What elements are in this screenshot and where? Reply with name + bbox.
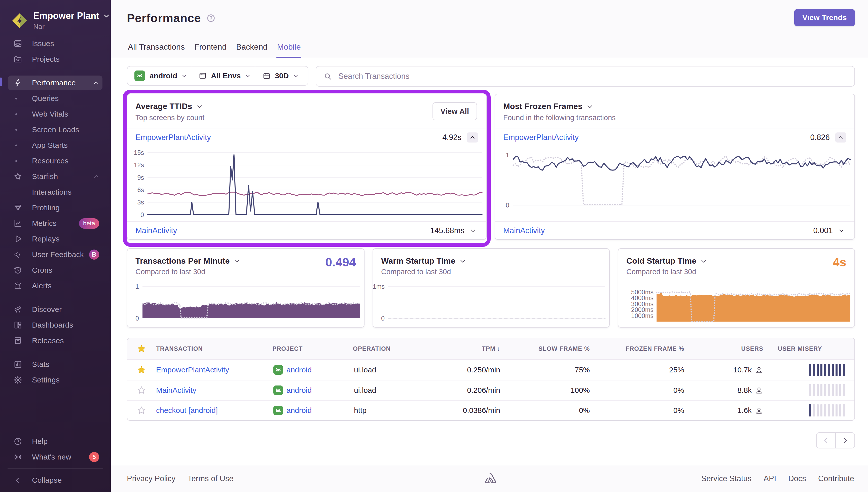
sidebar-item-releases[interactable]: Releases xyxy=(0,333,111,348)
sidebar-item-user-feedback[interactable]: User FeedbackB xyxy=(0,247,111,262)
android-icon xyxy=(273,405,283,415)
sidebar-item-performance[interactable]: Performance xyxy=(0,75,111,91)
environment-filter-value: All Envs xyxy=(211,72,241,80)
star-column-header[interactable] xyxy=(137,344,146,353)
frozen-frame-cell: 0% xyxy=(590,386,684,395)
card-title: Warm Startup Time xyxy=(381,256,455,266)
project-filter[interactable]: android xyxy=(127,67,191,85)
star-toggle[interactable] xyxy=(137,406,146,415)
chevron-down-icon[interactable] xyxy=(196,103,203,110)
sidebar-item-resources[interactable]: Resources xyxy=(0,153,111,169)
col-tpm[interactable]: TPM↓ xyxy=(425,345,500,352)
star-toggle[interactable] xyxy=(137,365,146,374)
sidebar-item-stats[interactable]: Stats xyxy=(0,356,111,372)
slow-frame-cell: 100% xyxy=(500,386,590,395)
user-icon xyxy=(755,406,763,415)
view-trends-button[interactable]: View Trends xyxy=(794,9,855,26)
transaction-link[interactable]: checkout [android] xyxy=(156,406,218,415)
tab-all-transactions[interactable]: All Transactions xyxy=(127,42,185,58)
expand-metric-button[interactable] xyxy=(838,228,844,233)
contribute-link[interactable]: Contribute xyxy=(818,474,854,483)
svg-text:3s: 3s xyxy=(137,199,144,206)
sidebar-item-app-starts[interactable]: App Starts xyxy=(0,138,111,153)
sidebar-item-screen-loads[interactable]: Screen Loads xyxy=(0,122,111,138)
tpm-cell: 0.250/min xyxy=(425,366,500,374)
sidebar-item-help[interactable]: Help xyxy=(0,434,111,449)
footer-logo[interactable] xyxy=(484,473,497,485)
sidebar-item-profiling[interactable]: Profiling xyxy=(0,200,111,216)
star-toggle[interactable] xyxy=(137,386,146,395)
terms-of-use-link[interactable]: Terms of Use xyxy=(187,474,234,483)
transaction-link[interactable]: EmpowerPlantActivity xyxy=(135,133,211,142)
sidebar-item-dashboards[interactable]: Dashboards xyxy=(0,317,111,333)
sidebar-collapse-button[interactable]: Collapse xyxy=(0,472,111,488)
collapse-metric-button[interactable] xyxy=(467,132,478,143)
table-row[interactable]: EmpowerPlantActivity android ui.load 0.2… xyxy=(127,360,854,380)
project-link[interactable]: android xyxy=(286,406,312,415)
sidebar-item-replays[interactable]: Replays xyxy=(0,231,111,247)
service-status-link[interactable]: Service Status xyxy=(701,474,751,483)
project-link[interactable]: android xyxy=(286,366,312,374)
operation-cell: ui.load xyxy=(353,386,425,395)
docs-link[interactable]: Docs xyxy=(788,474,806,483)
col-transaction[interactable]: TRANSACTION xyxy=(150,345,272,352)
table-row[interactable]: checkout [android] android http 0.0386/m… xyxy=(127,400,854,420)
chevron-down-icon[interactable] xyxy=(459,258,466,264)
sidebar-item-whats-new[interactable]: What's new5 xyxy=(0,449,111,465)
question-circle-icon[interactable] xyxy=(206,14,215,23)
col-frozen-frame[interactable]: FROZEN FRAME % xyxy=(590,345,684,352)
view-all-button[interactable]: View All xyxy=(433,102,477,120)
col-users[interactable]: USERS xyxy=(684,345,769,352)
sidebar-item-projects[interactable]: Projects xyxy=(0,51,111,67)
sidebar-item-issues[interactable]: Issues xyxy=(0,36,111,51)
sidebar-item-crons[interactable]: Crons xyxy=(0,262,111,278)
transaction-link[interactable]: MainActivity xyxy=(135,226,177,235)
metric-row: EmpowerPlantActivity4.92s xyxy=(127,128,486,147)
org-switcher[interactable]: Empower Plant Nar xyxy=(0,0,111,31)
transaction-link[interactable]: MainActivity xyxy=(503,226,545,235)
chevron-down-icon xyxy=(196,103,203,110)
next-page-button[interactable] xyxy=(835,432,855,448)
sidebar: Empower Plant Nar Issues Projects Perfor… xyxy=(0,0,111,492)
tab-backend[interactable]: Backend xyxy=(236,42,268,58)
sidebar-item-alerts[interactable]: Alerts xyxy=(0,278,111,294)
svg-text:12s: 12s xyxy=(134,162,144,168)
sidebar-item-settings[interactable]: Settings xyxy=(0,372,111,388)
user-icon xyxy=(755,366,763,374)
sidebar-item-queries[interactable]: Queries xyxy=(0,91,111,106)
transaction-link[interactable]: EmpowerPlantActivity xyxy=(503,133,579,142)
tab-frontend[interactable]: Frontend xyxy=(194,42,227,58)
transaction-link[interactable]: MainActivity xyxy=(156,386,196,395)
col-user-misery[interactable]: USER MISERY xyxy=(769,345,855,352)
sidebar-item-metrics[interactable]: Metricsbeta xyxy=(0,216,111,231)
projects-icon xyxy=(14,55,22,64)
card-subtitle: Compared to last 30d xyxy=(618,266,854,276)
sidebar-item-interactions[interactable]: Interactions xyxy=(0,184,111,200)
sidebar-item-web-vitals[interactable]: Web Vitals xyxy=(0,106,111,122)
chevron-down-icon xyxy=(181,73,187,79)
chevron-down-icon[interactable] xyxy=(700,258,707,264)
table-header: TRANSACTION PROJECT OPERATION TPM↓ SLOW … xyxy=(127,338,854,360)
col-slow-frame[interactable]: SLOW FRAME % xyxy=(500,345,590,352)
chevron-down-icon[interactable] xyxy=(587,103,593,110)
privacy-policy-link[interactable]: Privacy Policy xyxy=(127,474,176,483)
table-row[interactable]: MainActivity android ui.load 0.206/min 1… xyxy=(127,380,854,400)
date-range-filter[interactable]: 30D xyxy=(255,67,308,85)
transaction-link[interactable]: EmpowerPlantActivity xyxy=(156,366,229,374)
collapse-metric-button[interactable] xyxy=(835,132,846,143)
col-project[interactable]: PROJECT xyxy=(272,345,353,352)
svg-text:0: 0 xyxy=(381,315,385,322)
chevron-down-icon[interactable] xyxy=(234,258,240,264)
chevron-down-icon xyxy=(245,73,251,79)
expand-metric-button[interactable] xyxy=(470,228,476,233)
tab-mobile[interactable]: Mobile xyxy=(276,42,301,58)
api-link[interactable]: API xyxy=(764,474,776,483)
environment-filter[interactable]: All Envs xyxy=(191,67,255,85)
search-input[interactable] xyxy=(338,72,847,81)
sidebar-item-discover[interactable]: Discover xyxy=(0,302,111,317)
project-link[interactable]: android xyxy=(286,386,312,395)
previous-page-button[interactable] xyxy=(816,432,836,448)
sidebar-item-starfish[interactable]: Starfish xyxy=(0,169,111,184)
warm-chart: 01ms xyxy=(373,281,610,328)
col-operation[interactable]: OPERATION xyxy=(353,345,425,352)
